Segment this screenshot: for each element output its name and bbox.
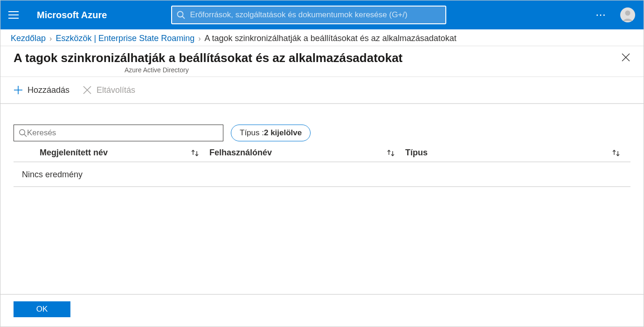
breadcrumb-devices[interactable]: Eszközök | Enterprise State Roaming [55, 34, 194, 43]
more-menu[interactable]: ⋯ [591, 6, 612, 24]
global-search[interactable]: Erőforrások, szolgáltatások és dokumentu… [171, 6, 446, 24]
svg-line-14 [24, 134, 27, 137]
column-type[interactable]: Típus [405, 148, 630, 158]
avatar[interactable] [620, 7, 635, 22]
chevron-right-icon: › [49, 35, 52, 43]
plus-icon [14, 85, 23, 95]
footer: OK [0, 294, 644, 327]
content-area: Típus : 2 kijelölve Megjelenített név Fe… [0, 104, 644, 294]
search-input[interactable] [27, 128, 218, 138]
remove-button-label: Eltávolítás [97, 85, 135, 95]
breadcrumb: Kezdőlap › Eszközök | Enterprise State R… [0, 29, 644, 46]
hamburger-icon [8, 11, 19, 19]
x-icon [83, 85, 92, 95]
avatar-icon [621, 8, 635, 22]
no-results-row: Nincs eredmény [14, 162, 630, 187]
title-bar: A tagok szinkronizálhatják a beállítások… [0, 46, 644, 77]
brand-label[interactable]: Microsoft Azure [37, 10, 107, 21]
page-title: A tagok szinkronizálhatják a beállítások… [14, 51, 619, 65]
filter-row: Típus : 2 kijelölve [14, 125, 630, 141]
global-search-placeholder: Erőforrások, szolgáltatások és dokumentu… [190, 10, 407, 20]
close-icon [622, 53, 630, 62]
column-display-name[interactable]: Megjelenített név [14, 148, 209, 158]
type-filter-value: 2 kijelölve [264, 128, 302, 138]
ok-button[interactable]: OK [14, 301, 70, 317]
page-subtitle: Azure Active Directory [125, 66, 619, 74]
type-filter-label: Típus : [240, 128, 264, 138]
command-bar: Hozzáadás Eltávolítás [0, 77, 644, 104]
breadcrumb-current: A tagok szinkronizálhatják a beállítások… [205, 34, 457, 43]
search-icon [19, 129, 27, 137]
close-button[interactable] [619, 51, 632, 64]
sort-icon [191, 149, 199, 157]
add-button[interactable]: Hozzáadás [14, 85, 69, 95]
column-username-label: Felhasználónév [209, 148, 272, 158]
remove-button: Eltávolítás [83, 85, 135, 95]
column-type-label: Típus [405, 148, 428, 158]
chevron-right-icon: › [198, 35, 201, 43]
top-bar: Microsoft Azure Erőforrások, szolgáltatá… [0, 0, 644, 29]
svg-line-4 [182, 16, 185, 19]
column-display-name-label: Megjelenített név [40, 148, 108, 158]
results-table: Megjelenített név Felhasználónév Típus N… [14, 148, 630, 187]
column-username[interactable]: Felhasználónév [209, 148, 405, 158]
type-filter-pill[interactable]: Típus : 2 kijelölve [231, 125, 311, 141]
sort-icon [612, 149, 620, 157]
svg-point-3 [178, 12, 183, 17]
add-button-label: Hozzáadás [28, 85, 69, 95]
hamburger-menu[interactable] [4, 6, 23, 24]
svg-point-13 [20, 130, 25, 135]
search-input-wrapper[interactable] [14, 125, 223, 141]
svg-point-6 [625, 11, 630, 16]
breadcrumb-home[interactable]: Kezdőlap [11, 34, 46, 43]
table-header: Megjelenített név Felhasználónév Típus [14, 148, 630, 162]
sort-icon [387, 149, 395, 157]
search-icon [177, 11, 185, 19]
